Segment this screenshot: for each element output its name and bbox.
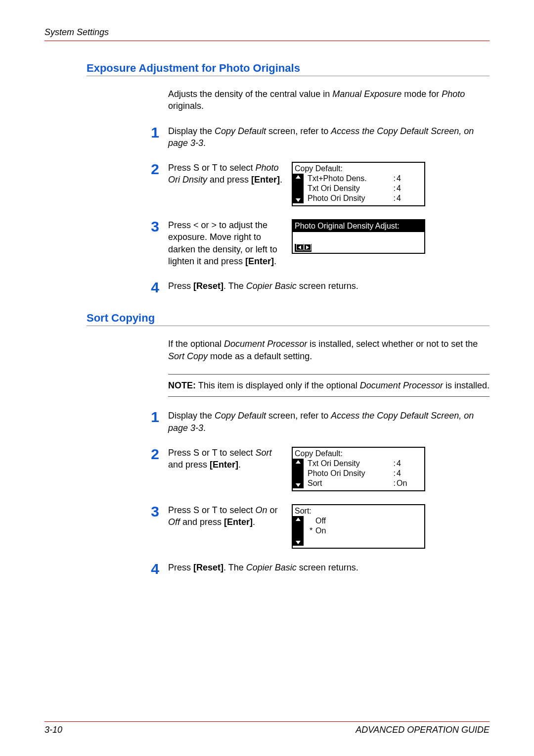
section2-step3: 3 Press S or T to select On or Off and p… <box>44 504 490 549</box>
text: originals. <box>168 101 204 111</box>
arrow-up-icon <box>296 460 301 464</box>
lcd-option: *On <box>308 526 421 536</box>
lcd-scrollbar <box>293 516 304 546</box>
lcd-row: Txt+Photo Dens.:4 <box>308 174 421 184</box>
lcd-title: Sort: <box>293 505 424 516</box>
lcd-title: Copy Default: <box>293 163 424 174</box>
heading-sort-copying: Sort Copying <box>87 312 490 326</box>
step-text: Press [Reset]. The Copier Basic screen r… <box>168 562 490 573</box>
page-footer: 3-10 ADVANCED OPERATION GUIDE <box>44 721 490 735</box>
arrow-down-icon <box>296 541 301 544</box>
step-text: Display the Copy Default screen, refer t… <box>168 125 490 149</box>
lcd-body <box>293 232 424 253</box>
footer-guide-title: ADVANCED OPERATION GUIDE <box>356 725 490 735</box>
lcd-title: Copy Default: <box>293 448 424 459</box>
lcd-scrollbar <box>293 174 304 203</box>
arrow-up-icon <box>296 175 301 179</box>
section1-step1: 1 Display the Copy Default screen, refer… <box>44 125 490 149</box>
lcd-options: Off *On <box>304 516 421 546</box>
page-header: System Settings <box>44 27 490 41</box>
note-label: NOTE: <box>168 380 196 390</box>
lcd-title-inverted: Photo Original Density Adjust: <box>293 220 424 232</box>
lcd-row: Photo Ori Dnsity:4 <box>308 469 421 478</box>
text-italic: Photo <box>442 89 465 99</box>
lcd-rows: Txt+Photo Dens.:4 Txt Ori Density:4 Phot… <box>304 174 421 203</box>
lcd-row: Sort:On <box>308 478 421 488</box>
step-number: 4 <box>44 280 168 295</box>
lcd-copy-default-1: Copy Default: Txt+Photo Dens.:4 Txt Ori … <box>292 162 425 206</box>
step-number: 1 <box>44 410 168 425</box>
arrow-right-icon <box>304 244 312 250</box>
step-number: 2 <box>44 162 168 177</box>
step-text: Press S or T to select Photo Ori Dnsity … <box>168 162 287 186</box>
section2-step2: 2 Press S or T to select Sort and press … <box>44 447 490 491</box>
lcd-left-right-arrows <box>295 244 312 252</box>
lcd-option: Off <box>308 516 421 526</box>
section1-intro: Adjusts the density of the central value… <box>168 88 490 112</box>
arrow-left-icon <box>296 244 304 250</box>
arrow-down-icon <box>296 198 301 202</box>
page: System Settings Exposure Adjustment for … <box>0 0 534 596</box>
arrow-up-icon <box>296 518 301 521</box>
step-text: Press S or T to select Sort and press [E… <box>168 447 287 471</box>
step-number: 3 <box>44 219 168 234</box>
heading-exposure-adjustment: Exposure Adjustment for Photo Originals <box>87 62 490 76</box>
header-left: System Settings <box>44 27 109 38</box>
section1-step2: 2 Press S or T to select Photo Ori Dnsit… <box>44 162 490 206</box>
step-text: Press S or T to select On or Off and pre… <box>168 504 287 528</box>
text: mode for <box>401 89 442 99</box>
lcd-sort: Sort: Off *On <box>292 504 425 549</box>
arrow-down-icon <box>296 483 301 487</box>
lcd-option <box>308 536 421 546</box>
step-number: 4 <box>44 562 168 576</box>
lcd-rows: Txt Ori Density:4 Photo Ori Dnsity:4 Sor… <box>304 459 421 488</box>
lcd-scrollbar <box>293 459 304 488</box>
step-text: Display the Copy Default screen, refer t… <box>168 410 490 434</box>
section2-intro: If the optional Document Processor is in… <box>168 338 490 362</box>
step-text: Press [Reset]. The Copier Basic screen r… <box>168 280 490 292</box>
step-number: 3 <box>44 504 168 519</box>
text: Adjusts the density of the central value… <box>168 89 332 99</box>
section2-step1: 1 Display the Copy Default screen, refer… <box>44 410 490 434</box>
section2-step4: 4 Press [Reset]. The Copier Basic screen… <box>44 562 490 576</box>
step-text: Press < or > to adjust the exposure. Mov… <box>168 219 287 267</box>
lcd-row: Txt Ori Density:4 <box>308 184 421 193</box>
section1-step3: 3 Press < or > to adjust the exposure. M… <box>44 219 490 267</box>
lcd-photo-density-adjust: Photo Original Density Adjust: <box>292 219 425 254</box>
footer-page-number: 3-10 <box>44 725 62 735</box>
lcd-copy-default-2: Copy Default: Txt Ori Density:4 Photo Or… <box>292 447 425 491</box>
lcd-row: Photo Ori Dnsity:4 <box>308 193 421 203</box>
note-block: NOTE: This item is displayed only if the… <box>168 374 490 397</box>
lcd-row: Txt Ori Density:4 <box>308 459 421 469</box>
section1-step4: 4 Press [Reset]. The Copier Basic screen… <box>44 280 490 295</box>
text-italic: Manual Exposure <box>332 89 401 99</box>
step-number: 2 <box>44 447 168 462</box>
step-number: 1 <box>44 125 168 140</box>
